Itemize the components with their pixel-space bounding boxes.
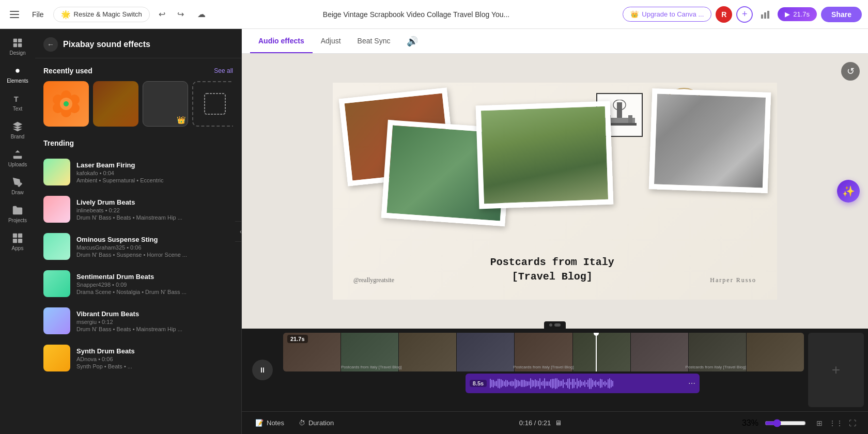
recent-item-texture[interactable] bbox=[93, 81, 138, 127]
crown-badge: 👑 bbox=[177, 116, 185, 124]
svg-rect-11 bbox=[13, 234, 17, 238]
sidebar-item-text[interactable]: T Text bbox=[2, 89, 33, 116]
sound-item-sentimental[interactable]: Sentimental Drum Beats Snapper4298 • 0:0… bbox=[35, 265, 241, 302]
sound-thumb-synth bbox=[43, 345, 70, 371]
sound-name: Lively Drum Beats bbox=[76, 198, 233, 206]
sidebar-item-design[interactable]: Design bbox=[2, 33, 33, 60]
sound-info-laser: Laser Beam Firing kafokafo • 0:04 Ambien… bbox=[76, 161, 233, 183]
tab-adjust[interactable]: Adjust bbox=[313, 29, 349, 53]
svg-rect-13 bbox=[13, 239, 17, 243]
play-icon: ▶ bbox=[785, 10, 790, 18]
sidebar-item-uploads[interactable]: Uploads bbox=[2, 145, 33, 172]
trending-section: Trending Laser Beam Firing kafokafo • 0:… bbox=[35, 139, 241, 377]
svg-rect-3 bbox=[13, 39, 17, 42]
volume-icon[interactable]: 🔊 bbox=[407, 36, 418, 47]
svg-rect-28 bbox=[628, 115, 632, 123]
timeline-toggle[interactable] bbox=[544, 321, 566, 329]
resize-magic-switch-button[interactable]: 🌟 Resize & Magic Switch bbox=[53, 7, 150, 22]
svg-rect-1 bbox=[764, 12, 766, 19]
svg-rect-2 bbox=[767, 11, 769, 19]
sound-meta: MarcusGraham325 • 0:06 bbox=[76, 244, 233, 251]
svg-text:T: T bbox=[14, 95, 19, 103]
refresh-button[interactable]: ↺ bbox=[841, 62, 860, 81]
blog-title-container: Postcards from Italy[Travel Blog] bbox=[490, 255, 614, 284]
upgrade-button[interactable]: 👑 Upgrade to Canva ... bbox=[623, 7, 711, 22]
sound-tags: Drum N' Bass • Beats • Mainstream Hip ..… bbox=[76, 214, 233, 221]
bottom-right: 33% ⊞ ⋮⋮ ⛶ bbox=[742, 416, 860, 430]
menu-icon[interactable] bbox=[6, 6, 23, 23]
tab-audio-effects[interactable]: Audio effects bbox=[250, 29, 313, 53]
svg-point-7 bbox=[16, 69, 19, 72]
sound-thumb-sentimental bbox=[43, 270, 70, 297]
zoom-slider[interactable] bbox=[765, 419, 806, 427]
sound-tags: Ambient • Supernatural • Eccentric bbox=[76, 177, 233, 183]
video-track[interactable]: 21.7s Postcards from Italy [Travel Blog]… bbox=[283, 333, 804, 371]
sound-name: Vibrant Drum Beats bbox=[76, 310, 233, 318]
canvas-background: Italy @reallygreatsite Postcards from It… bbox=[333, 83, 777, 300]
avatar[interactable]: R bbox=[716, 6, 732, 23]
project-title: Beige Vintage Scrapbook Video Collage Tr… bbox=[323, 10, 509, 19]
svg-rect-4 bbox=[18, 39, 22, 42]
recent-item-outline[interactable] bbox=[192, 81, 233, 127]
photo-architecture[interactable] bbox=[649, 88, 771, 193]
tab-beat-sync[interactable]: Beat Sync bbox=[349, 29, 399, 53]
cloud-save-button[interactable]: ☁ bbox=[193, 6, 210, 23]
back-button[interactable]: ← bbox=[43, 37, 58, 52]
sidebar-item-label: Projects bbox=[8, 218, 27, 223]
sound-name: Laser Beam Firing bbox=[76, 161, 233, 169]
sound-meta: ADnova • 0:06 bbox=[76, 356, 233, 362]
duration-value: 21.7s bbox=[793, 10, 810, 18]
sidebar-item-apps[interactable]: Apps bbox=[2, 228, 33, 255]
sound-tags: Drum N' Bass • Suspense • Horror Scene .… bbox=[76, 252, 233, 258]
sound-tags: Synth Pop • Beats • ... bbox=[76, 363, 233, 369]
sound-meta: inlinebeats • 0:22 bbox=[76, 207, 233, 213]
sidebar-item-label: Text bbox=[13, 106, 22, 112]
duration-button[interactable]: ⏱ Duration bbox=[293, 417, 339, 429]
sidebar-item-projects[interactable]: Projects bbox=[2, 200, 33, 227]
grid-view-button[interactable]: ⋮⋮ bbox=[829, 416, 843, 430]
fullscreen-button[interactable]: ⛶ bbox=[845, 416, 860, 430]
timeline-controls: ⏸ bbox=[242, 329, 283, 411]
fit-view-button[interactable]: ⊞ bbox=[812, 416, 827, 430]
undo-button[interactable]: ↩ bbox=[154, 6, 171, 23]
bottom-bar: 📝 Notes ⏱ Duration 0:16 / 0:21 🖥 33% ⊞ ⋮… bbox=[242, 411, 868, 434]
sound-item-laser[interactable]: Laser Beam Firing kafokafo • 0:04 Ambien… bbox=[35, 153, 241, 191]
recently-used-label: Recently used bbox=[43, 67, 92, 75]
recent-item-rect[interactable]: 👑 bbox=[143, 81, 188, 127]
recent-item-flower[interactable] bbox=[43, 81, 89, 127]
duration-display-button[interactable]: ▶ 21.7s bbox=[778, 7, 817, 21]
add-collaborator-button[interactable]: + bbox=[736, 6, 753, 23]
sound-tags: Drum N' Bass • Beats • Mainstream Hip ..… bbox=[76, 326, 233, 332]
add-track-button[interactable]: + bbox=[808, 333, 864, 407]
hide-panel-button[interactable]: ‹ bbox=[235, 221, 242, 242]
photo-vineyard[interactable] bbox=[476, 101, 614, 209]
sound-thumb-vibrant bbox=[43, 307, 70, 334]
duration-icon: ⏱ bbox=[299, 419, 305, 427]
svg-rect-6 bbox=[18, 43, 22, 47]
sound-item-ominous[interactable]: Ominous Suspense Sting MarcusGraham325 •… bbox=[35, 228, 241, 265]
svg-rect-5 bbox=[13, 43, 17, 47]
share-button[interactable]: Share bbox=[821, 7, 862, 22]
audio-track[interactable]: 8.5s ⋯ bbox=[466, 374, 700, 393]
sound-item-lively[interactable]: Lively Drum Beats inlinebeats • 0:22 Dru… bbox=[35, 191, 241, 228]
notes-button[interactable]: 📝 Notes bbox=[250, 417, 289, 429]
see-all-button[interactable]: See all bbox=[214, 67, 233, 74]
stats-icon[interactable] bbox=[757, 6, 773, 23]
sound-info-lively: Lively Drum Beats inlinebeats • 0:22 Dru… bbox=[76, 198, 233, 221]
sidebar-item-elements[interactable]: Elements bbox=[2, 61, 33, 88]
magic-wand-button[interactable]: ✨ bbox=[837, 180, 860, 203]
canvas-timeline-area: Audio effects Adjust Beat Sync 🔊 bbox=[242, 29, 868, 434]
sound-item-vibrant[interactable]: Vibrant Drum Beats msergiu • 0:12 Drum N… bbox=[35, 302, 241, 339]
sidebar-item-draw[interactable]: Draw bbox=[2, 173, 33, 199]
audio-menu-icon[interactable]: ⋯ bbox=[688, 379, 695, 388]
instagram-handle: @reallygreatsite bbox=[353, 276, 394, 284]
sound-item-synth[interactable]: Synth Drum Beats ADnova • 0:06 Synth Pop… bbox=[35, 339, 241, 377]
play-pause-button[interactable]: ⏸ bbox=[252, 360, 273, 380]
author-name: Harper Russo bbox=[710, 276, 756, 284]
blog-title: Postcards from Italy[Travel Blog] bbox=[490, 255, 614, 284]
file-menu-button[interactable]: File bbox=[27, 8, 49, 21]
sidebar-item-brand[interactable]: Brand bbox=[2, 117, 33, 144]
redo-button[interactable]: ↪ bbox=[173, 6, 189, 23]
sound-meta: msergiu • 0:12 bbox=[76, 319, 233, 325]
frame-labels: Postcards from Italy [Travel Blog] Postc… bbox=[283, 365, 804, 369]
